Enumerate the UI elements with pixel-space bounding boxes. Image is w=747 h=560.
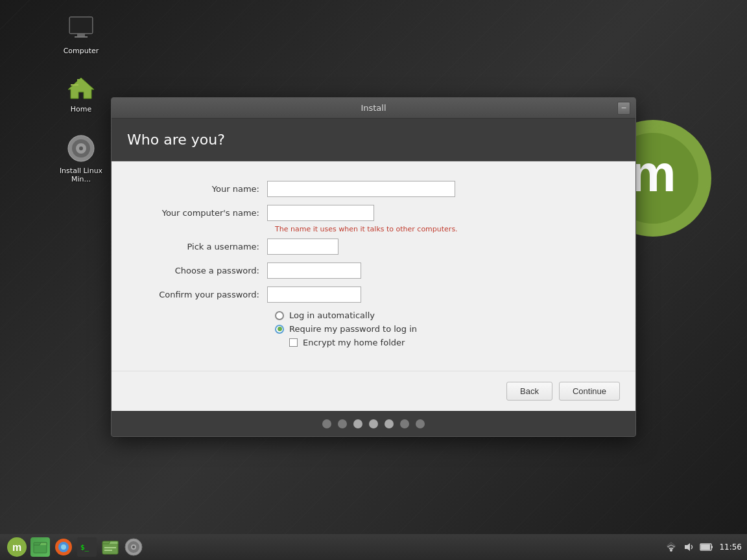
progress-dot-2	[338, 419, 347, 428]
svg-rect-31	[711, 546, 713, 548]
username-row: Pick a username:	[137, 239, 610, 255]
battery-icon[interactable]	[700, 542, 714, 552]
dialog-overlay: Install − Who are you? Your name: Your c…	[0, 0, 747, 534]
dialog-content: Your name: Your computer's name: The nam…	[112, 161, 635, 371]
svg-rect-22	[104, 547, 116, 548]
firefox-icon	[54, 537, 73, 557]
svg-point-28	[670, 549, 672, 552]
taskbar-firefox-button[interactable]	[53, 537, 74, 557]
svg-text:$_: $_	[80, 543, 89, 552]
confirm-label: Confirm your password:	[137, 290, 267, 299]
svg-point-27	[132, 546, 135, 548]
your-name-input[interactable]	[267, 181, 455, 197]
confirm-password-row: Confirm your password:	[137, 286, 610, 303]
password-input[interactable]	[267, 262, 361, 279]
progress-dot-3	[353, 419, 362, 428]
username-input[interactable]	[267, 239, 338, 255]
login-auto-radio[interactable]	[275, 311, 284, 320]
require-password-option[interactable]: Require my password to log in	[275, 324, 610, 334]
progress-dot-7	[416, 419, 425, 428]
mint-menu-icon: m	[7, 537, 27, 557]
computer-name-label: Your computer's name:	[137, 208, 267, 218]
continue-button[interactable]: Continue	[559, 382, 620, 401]
computer-name-input[interactable]	[267, 205, 374, 221]
network-icon[interactable]	[665, 542, 678, 552]
sound-icon[interactable]	[683, 542, 694, 552]
taskbar-right-section: 11:56	[665, 542, 742, 552]
terminal-icon: $_	[77, 537, 97, 557]
password-row: Choose a password:	[137, 262, 610, 279]
dvd-icon	[124, 537, 143, 557]
svg-point-18	[61, 544, 66, 550]
taskbar-mint-button[interactable]: m	[6, 537, 27, 557]
password-label: Choose a password:	[137, 266, 267, 275]
svg-rect-32	[701, 544, 710, 550]
your-name-label: Your name:	[137, 184, 267, 194]
progress-dot-5	[385, 419, 394, 428]
page-title: Who are you?	[127, 132, 620, 148]
your-name-row: Your name:	[137, 181, 610, 197]
login-auto-option[interactable]: Log in automatically	[275, 310, 610, 320]
require-password-radio[interactable]	[275, 325, 284, 334]
computer-hint: The name it uses when it talks to other …	[275, 225, 610, 233]
back-button[interactable]: Back	[506, 382, 552, 401]
progress-dot-1	[322, 419, 331, 428]
close-button[interactable]: −	[617, 102, 630, 115]
login-options: Log in automatically Require my password…	[275, 310, 610, 347]
dialog-footer: Back Continue	[112, 371, 635, 411]
files-icon	[30, 537, 50, 557]
desktop: Computer Home Install Linux Min...	[0, 0, 747, 560]
dialog-title: Install	[361, 103, 386, 113]
progress-dot-4	[369, 419, 378, 428]
dialog-titlebar: Install −	[112, 98, 635, 119]
taskbar-nemo-button[interactable]	[100, 537, 121, 557]
progress-bar	[112, 411, 635, 436]
dialog-header: Who are you?	[112, 119, 635, 161]
require-password-label: Require my password to log in	[289, 324, 417, 334]
encrypt-option[interactable]: Encrypt my home folder	[289, 338, 610, 347]
progress-dot-6	[400, 419, 409, 428]
encrypt-checkbox[interactable]	[289, 338, 298, 347]
nemo-icon	[101, 537, 120, 557]
taskbar-dvd-button[interactable]	[123, 537, 144, 557]
svg-rect-23	[104, 550, 112, 551]
confirm-password-input[interactable]	[267, 286, 361, 303]
taskbar-files-button[interactable]	[30, 537, 51, 557]
svg-marker-29	[685, 543, 690, 551]
taskbar: m	[0, 534, 747, 560]
login-auto-label: Log in automatically	[289, 310, 375, 320]
clock-display: 11:56	[719, 542, 742, 552]
computer-name-row: Your computer's name:	[137, 205, 610, 221]
svg-text:m: m	[12, 542, 21, 553]
system-time[interactable]: 11:56	[719, 542, 742, 552]
install-dialog: Install − Who are you? Your name: Your c…	[111, 97, 636, 437]
username-label: Pick a username:	[137, 242, 267, 251]
encrypt-label: Encrypt my home folder	[303, 338, 405, 347]
taskbar-terminal-button[interactable]: $_	[77, 537, 97, 557]
